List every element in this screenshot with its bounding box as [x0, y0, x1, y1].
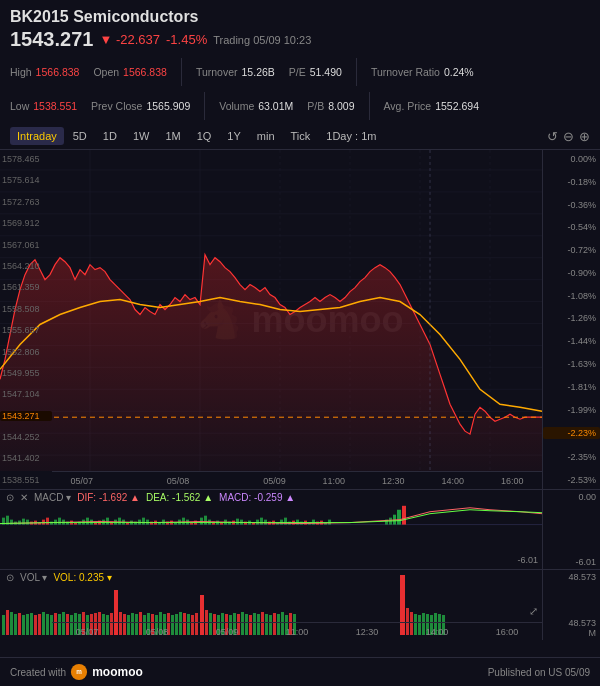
macd-close-icon[interactable]: ✕ [20, 492, 28, 503]
vol-x-axis: 05/07 05/08 05/09 11:00 12:30 14:00 16:0… [52, 622, 542, 640]
expand-icon[interactable]: ⤢ [529, 605, 538, 618]
pb-val: 8.009 [328, 100, 354, 112]
footer-left: Created with m moomoo [10, 663, 143, 681]
y-price-1: 1575.614 [0, 175, 52, 185]
vol-value: VOL: 0.235 ▾ [53, 572, 111, 583]
svg-rect-114 [18, 613, 21, 635]
logo-text: moomoo [92, 665, 143, 679]
y-price-2: 1572.763 [0, 197, 52, 207]
price-main: 1543.271 [10, 28, 93, 51]
svg-rect-72 [200, 518, 203, 525]
low-val: 1538.551 [33, 100, 77, 112]
avg-price-val: 1552.694 [435, 100, 479, 112]
divider [181, 58, 182, 86]
footer: Created with m moomoo Published on US 05… [0, 657, 600, 686]
macd-label: MACD ▾ [34, 492, 71, 503]
y-price-7: 1558.508 [0, 304, 52, 314]
svg-rect-119 [38, 614, 41, 635]
tab-1d[interactable]: 1D [96, 127, 124, 145]
vol-indicator-icon[interactable]: ⊙ [6, 572, 14, 583]
stat-volume: Volume 63.01M [219, 100, 293, 112]
y-price-3: 1569.912 [0, 218, 52, 228]
prev-close-val: 1565.909 [146, 100, 190, 112]
y-label-9: -1.63% [543, 359, 600, 369]
svg-rect-108 [397, 510, 401, 525]
svg-rect-81 [236, 519, 239, 525]
macd-macd: MACD: -0.259 ▲ [219, 492, 295, 503]
high-val: 1566.838 [36, 66, 80, 78]
y-price-5: 1564.210 [0, 261, 52, 271]
y-label-8: -1.44% [543, 336, 600, 346]
macd-y-right-bottom: -6.01 [517, 555, 542, 565]
stat-turnover: Turnover 15.26B [196, 66, 275, 78]
y-label-1: -0.18% [543, 177, 600, 187]
svg-rect-120 [42, 612, 45, 635]
volume-val: 63.01M [258, 100, 293, 112]
y-label-6: -1.08% [543, 291, 600, 301]
price-chart-svg [0, 150, 542, 489]
y-label-7: -1.26% [543, 313, 600, 323]
stat-pb: P/B 8.009 [307, 100, 354, 112]
macd-dea: DEA: -1.562 ▲ [146, 492, 213, 503]
open-val: 1566.838 [123, 66, 167, 78]
stat-open: Open 1566.838 [93, 66, 166, 78]
tab-1day-1m[interactable]: 1Day : 1m [319, 127, 383, 145]
svg-rect-52 [118, 518, 121, 525]
y-label-14: -2.53% [543, 475, 600, 485]
y-price-14: 1541.402 [0, 453, 52, 463]
tab-intraday[interactable]: Intraday [10, 127, 64, 145]
divider3 [204, 92, 205, 120]
y-label-3: -0.54% [543, 222, 600, 232]
macd-indicator-icon[interactable]: ⊙ [6, 492, 14, 503]
tab-5d[interactable]: 5D [66, 127, 94, 145]
tab-1m[interactable]: 1M [158, 127, 187, 145]
y-axis-left: 1578.465 1575.614 1572.763 1569.912 1567… [0, 150, 52, 489]
svg-rect-27 [18, 521, 21, 525]
tab-min[interactable]: min [250, 127, 282, 145]
tab-1q[interactable]: 1Q [190, 127, 219, 145]
svg-rect-58 [142, 518, 145, 525]
y-label-5: -0.90% [543, 268, 600, 278]
stat-turnover-ratio: Turnover Ratio 0.24% [371, 66, 474, 78]
pe-val: 51.490 [310, 66, 342, 78]
tab-tick[interactable]: Tick [284, 127, 318, 145]
svg-rect-117 [30, 613, 33, 635]
svg-rect-68 [182, 518, 185, 525]
x-axis-main: 05/07 05/08 05/09 11:00 12:30 14:00 16:0… [52, 471, 542, 489]
main-chart: 🐴 moomoo [0, 150, 600, 490]
macd-panel: ⊙ ✕ MACD ▾ DIF: -1.692 ▲ DEA: -1.562 ▲ M… [0, 490, 600, 570]
svg-rect-49 [106, 518, 109, 525]
trading-status: Trading 05/09 10:23 [213, 34, 311, 46]
tab-1y[interactable]: 1Y [220, 127, 247, 145]
macd-y-axis: 0.00 -6.01 [542, 490, 600, 569]
chart-area: 🐴 moomoo [0, 150, 600, 657]
y-label-4: -0.72% [543, 245, 600, 255]
svg-rect-37 [58, 518, 61, 525]
svg-rect-109 [402, 506, 406, 525]
stat-avg-price: Avg. Price 1552.694 [384, 100, 479, 112]
chart-toolbar: Intraday 5D 1D 1W 1M 1Q 1Y min Tick 1Day… [0, 123, 600, 150]
y-price-9: 1552.806 [0, 347, 52, 357]
macd-dif: DIF: -1.692 ▲ [77, 492, 140, 503]
y-price-current: 1543.271 [0, 411, 52, 421]
zoom-in-icon[interactable]: ⊕ [579, 129, 590, 144]
y-label-10: -1.81% [543, 382, 600, 392]
svg-rect-118 [34, 615, 37, 635]
svg-rect-73 [204, 516, 207, 525]
y-axis: 0.00% -0.18% -0.36% -0.54% -0.72% -0.90%… [542, 150, 600, 489]
y-price-4: 1567.061 [0, 240, 52, 250]
stats-row-1: High 1566.838 Open 1566.838 Turnover 15.… [0, 55, 600, 89]
svg-rect-110 [2, 615, 5, 635]
y-price-15: 1538.551 [0, 475, 52, 485]
tab-1w[interactable]: 1W [126, 127, 157, 145]
moomoo-logo-icon: m [70, 663, 88, 681]
svg-rect-121 [46, 614, 49, 635]
reset-icon[interactable]: ↺ [547, 129, 558, 144]
macd-header: ⊙ ✕ MACD ▾ DIF: -1.692 ▲ DEA: -1.562 ▲ M… [6, 492, 295, 503]
stat-high: High 1566.838 [10, 66, 79, 78]
y-price-8: 1555.657 [0, 325, 52, 335]
svg-rect-116 [26, 614, 29, 635]
svg-text:m: m [76, 668, 82, 675]
zoom-out-icon[interactable]: ⊖ [563, 129, 574, 144]
divider4 [369, 92, 370, 120]
